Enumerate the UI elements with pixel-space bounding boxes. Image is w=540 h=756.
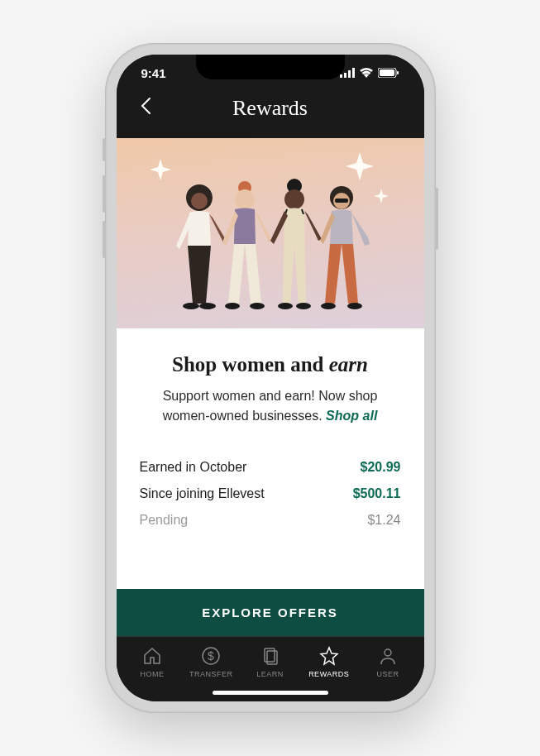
svg-point-12 <box>235 189 255 209</box>
hero-illustration <box>117 138 424 328</box>
tab-home[interactable]: HOME <box>123 645 182 678</box>
svg-point-14 <box>250 303 265 309</box>
stat-label: Pending <box>140 513 189 528</box>
phone-device-frame: 9:41 Rewards <box>105 43 436 713</box>
svg-rect-5 <box>380 69 394 76</box>
stat-since-joining: Since joining Ellevest $500.11 <box>140 481 401 507</box>
svg-point-29 <box>385 649 391 656</box>
svg-point-18 <box>278 303 293 309</box>
svg-point-23 <box>321 303 336 309</box>
shop-all-link[interactable]: Shop all <box>326 409 377 423</box>
svg-point-8 <box>191 193 208 209</box>
stat-value: $1.24 <box>367 513 400 528</box>
svg-rect-2 <box>348 70 351 78</box>
back-button[interactable] <box>133 93 158 123</box>
svg-point-10 <box>199 303 216 309</box>
svg-point-24 <box>347 303 362 309</box>
document-icon <box>260 645 281 667</box>
svg-point-16 <box>284 189 304 209</box>
svg-rect-6 <box>397 71 399 74</box>
content-area: Shop women and earn Support women and ea… <box>117 138 424 636</box>
tab-learn[interactable]: LEARN <box>241 645 299 678</box>
stat-value: $500.11 <box>353 486 401 501</box>
page-title: Rewards <box>232 96 308 121</box>
home-indicator[interactable] <box>213 691 328 695</box>
star-icon <box>318 645 340 667</box>
headline-text: Shop women and <box>172 353 329 376</box>
stat-earned-month: Earned in October $20.99 <box>140 454 401 481</box>
tab-label: HOME <box>141 670 165 678</box>
user-icon <box>377 645 399 667</box>
svg-rect-17 <box>289 211 300 226</box>
svg-point-9 <box>183 303 199 309</box>
svg-rect-3 <box>352 68 355 78</box>
card-content: Shop women and earn Support women and ea… <box>117 328 424 589</box>
headline: Shop women and earn <box>140 353 401 376</box>
notch <box>196 55 345 79</box>
status-time: 9:41 <box>141 66 166 80</box>
home-icon <box>141 645 163 667</box>
tab-label: REWARDS <box>308 670 349 678</box>
silent-switch <box>103 138 106 161</box>
tab-rewards[interactable]: REWARDS <box>299 645 358 678</box>
headline-emphasis: earn <box>329 353 368 376</box>
tab-user[interactable]: USER <box>358 645 417 678</box>
explore-offers-button[interactable]: EXPLORE OFFERS <box>117 589 424 636</box>
svg-point-13 <box>225 303 240 309</box>
tab-label: USER <box>376 670 399 678</box>
volume-down-button <box>103 221 106 258</box>
tab-label: LEARN <box>256 670 284 678</box>
cta-label: EXPLORE OFFERS <box>202 605 338 620</box>
status-indicators <box>340 66 399 80</box>
svg-rect-0 <box>340 74 342 78</box>
tab-transfer[interactable]: $ TRANSFER <box>182 645 241 678</box>
volume-up-button <box>103 175 106 213</box>
stat-label: Earned in October <box>140 460 247 475</box>
dollar-icon: $ <box>200 645 222 667</box>
battery-icon <box>378 66 399 80</box>
stat-value: $20.99 <box>361 460 401 475</box>
nav-header: Rewards <box>117 84 424 138</box>
stat-label: Since joining Ellevest <box>140 486 265 501</box>
svg-point-19 <box>296 303 311 309</box>
svg-rect-1 <box>344 73 346 78</box>
tab-label: TRANSFER <box>189 670 233 678</box>
women-illustration <box>117 138 424 328</box>
wifi-icon <box>360 66 373 80</box>
stat-pending: Pending $1.24 <box>140 507 401 534</box>
chevron-left-icon <box>140 97 151 115</box>
svg-text:$: $ <box>208 649 214 663</box>
svg-rect-22 <box>335 199 348 203</box>
subtitle: Support women and earn! Now shop women-o… <box>140 386 401 426</box>
phone-screen: 9:41 Rewards <box>117 55 424 701</box>
power-button <box>435 188 438 250</box>
